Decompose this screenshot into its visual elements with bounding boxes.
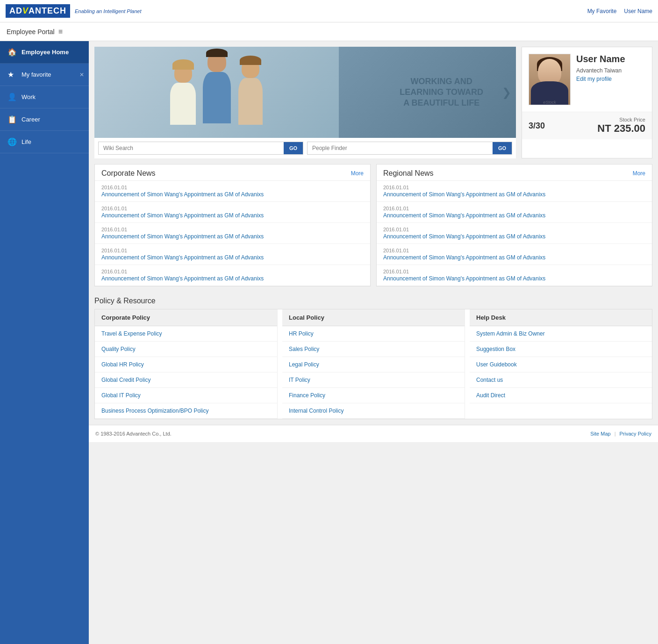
career-icon: 📋 <box>7 115 17 124</box>
sidebar-label-work: Work <box>21 93 36 100</box>
sidebar-item-my-favorite[interactable]: ★ My favorite ✕ <box>0 64 89 86</box>
corporate-policy-link-4[interactable]: Global IT Policy <box>95 388 277 403</box>
corporate-news-item-4: 2016.01.01 Announcement of Simon Wang's … <box>95 265 370 286</box>
user-info: User Name Advantech Taiwan Edit my profi… <box>576 54 645 82</box>
helpdesk-link-3[interactable]: Contact us <box>470 372 652 388</box>
wiki-search-input[interactable] <box>99 142 284 154</box>
corporate-news-more[interactable]: More <box>351 170 364 177</box>
banner-line2: LEARNING TOWARD <box>400 87 483 98</box>
corporate-policy-link-3[interactable]: Global Credit Policy <box>95 372 277 388</box>
local-policy-link-5[interactable]: Internal Control Policy <box>282 403 465 419</box>
body-1 <box>170 83 196 125</box>
local-policy-link-4[interactable]: Finance Policy <box>282 388 465 403</box>
regional-news-title: Regional News <box>383 169 434 178</box>
regional-news-more[interactable]: More <box>633 170 645 177</box>
sidebar-label-life: Life <box>21 138 31 145</box>
regional-news-item-4: 2016.01.01 Announcement of Simon Wang's … <box>377 265 652 286</box>
nav-bar: Employee Portal ≡ <box>0 22 658 41</box>
corporate-policy-header: Corporate Policy <box>95 309 277 326</box>
regional-news-item-2: 2016.01.01 Announcement of Simon Wang's … <box>377 223 652 244</box>
local-policy-link-3[interactable]: IT Policy <box>282 372 465 388</box>
banner-area: WORKING AND LEARNING TOWARD A BEAUTIFUL … <box>94 47 516 158</box>
corporate-policy-link-0[interactable]: Travel & Expense Policy <box>95 326 277 342</box>
sidebar-label-career: Career <box>21 116 40 123</box>
helpdesk-link-4[interactable]: Audit Direct <box>470 388 652 403</box>
people-search-input[interactable] <box>308 142 493 154</box>
local-policy-header: Local Policy <box>282 309 465 326</box>
person-2 <box>200 47 233 138</box>
hair-3 <box>240 56 261 65</box>
head-1 <box>174 63 192 83</box>
regional-news-link-1[interactable]: Announcement of Simon Wang's Appointment… <box>383 212 645 219</box>
policy-section: Policy & Resource Corporate Policy Trave… <box>89 292 658 425</box>
helpdesk-link-1[interactable]: Suggestion Box <box>470 342 652 357</box>
work-icon: 👤 <box>7 93 17 101</box>
corporate-news-link-4[interactable]: Announcement of Simon Wang's Appointment… <box>101 275 364 282</box>
corporate-news-date-0: 2016.01.01 <box>101 185 364 190</box>
regional-news-link-4[interactable]: Announcement of Simon Wang's Appointment… <box>383 275 645 282</box>
banner-next-arrow[interactable]: ❯ <box>502 86 511 99</box>
user-name: User Name <box>576 54 645 64</box>
banner-people <box>94 47 339 138</box>
sitemap-link[interactable]: Site Map <box>590 431 610 436</box>
regional-news-link-2[interactable]: Announcement of Simon Wang's Appointment… <box>383 233 645 240</box>
helpdesk-link-2[interactable]: User Guidebook <box>470 357 652 372</box>
head-2 <box>207 51 226 72</box>
local-policy-col: Local Policy HR Policy Sales Policy Lega… <box>282 309 465 419</box>
sidebar-item-work[interactable]: 👤 Work <box>0 86 89 108</box>
corporate-news-link-2[interactable]: Announcement of Simon Wang's Appointment… <box>101 233 364 240</box>
privacy-link[interactable]: Privacy Policy <box>620 431 651 436</box>
regional-news-header: Regional News More <box>377 165 652 181</box>
footer: © 1983-2016 Advantech Co., Ltd. Site Map… <box>89 425 658 442</box>
corporate-news-link-1[interactable]: Announcement of Simon Wang's Appointment… <box>101 212 364 219</box>
hair-1 <box>172 59 194 70</box>
close-icon[interactable]: ✕ <box>79 72 84 78</box>
corporate-news-date-2: 2016.01.01 <box>101 227 364 232</box>
corporate-policy-link-2[interactable]: Global HR Policy <box>95 357 277 372</box>
sidebar-item-career[interactable]: 📋 Career <box>0 108 89 131</box>
person-3 <box>234 51 267 138</box>
regional-news-item-3: 2016.01.01 Announcement of Simon Wang's … <box>377 244 652 265</box>
top-content-row: WORKING AND LEARNING TOWARD A BEAUTIFUL … <box>89 41 658 164</box>
hamburger-icon[interactable]: ≡ <box>58 28 63 36</box>
hair-2 <box>206 49 228 57</box>
banner-line3: A BEAUTIFUL LIFE <box>400 98 483 108</box>
wiki-search-button[interactable]: GO <box>284 142 303 154</box>
avatar: eStock <box>529 54 571 105</box>
edit-profile-link[interactable]: Edit my profile <box>576 76 645 82</box>
local-policy-link-0[interactable]: HR Policy <box>282 326 465 342</box>
people-search-button[interactable]: GO <box>493 142 512 154</box>
regional-news-panel: Regional News More 2016.01.01 Announceme… <box>376 164 652 286</box>
home-icon: 🏠 <box>7 48 17 57</box>
corporate-policy-link-1[interactable]: Quality Policy <box>95 342 277 357</box>
local-policy-link-2[interactable]: Legal Policy <box>282 357 465 372</box>
sidebar-label-employee-home: Employee Home <box>21 49 69 56</box>
wiki-search-group: GO <box>98 142 303 155</box>
corporate-news-link-0[interactable]: Announcement of Simon Wang's Appointment… <box>101 191 364 198</box>
helpdesk-link-0[interactable]: System Admin & Biz Owner <box>470 326 652 342</box>
regional-news-link-0[interactable]: Announcement of Simon Wang's Appointment… <box>383 191 645 198</box>
corporate-news-date-4: 2016.01.01 <box>101 269 364 274</box>
stock-info: Stock Price NT 235.00 <box>597 117 645 135</box>
helpdesk-header: Help Desk <box>470 309 652 326</box>
sidebar-label-my-favorite: My favorite <box>21 71 51 78</box>
banner-line1: WORKING AND <box>400 76 483 86</box>
username-menu[interactable]: User Name <box>624 8 652 14</box>
corporate-news-date-1: 2016.01.01 <box>101 206 364 211</box>
myfavorite-menu[interactable]: My Favorite <box>587 8 617 14</box>
corporate-news-item-3: 2016.01.01 Announcement of Simon Wang's … <box>95 244 370 265</box>
user-card-top: eStock User Name Advantech Taiwan Edit m… <box>522 47 652 112</box>
helpdesk-col: Help Desk System Admin & Biz Owner Sugge… <box>470 309 652 419</box>
sidebar-item-employee-home[interactable]: 🏠 Employee Home <box>0 41 89 64</box>
person-1 <box>167 54 200 138</box>
stock-date: 3/30 <box>529 121 545 131</box>
corporate-news-link-3[interactable]: Announcement of Simon Wang's Appointment… <box>101 254 364 261</box>
regional-news-date-4: 2016.01.01 <box>383 269 645 274</box>
star-icon: ★ <box>7 70 17 79</box>
corporate-policy-link-5[interactable]: Business Process Optimization/BPO Policy <box>95 403 277 419</box>
regional-news-link-3[interactable]: Announcement of Simon Wang's Appointment… <box>383 254 645 261</box>
sidebar-item-life[interactable]: 🌐 Life <box>0 131 89 153</box>
footer-separator: | <box>615 431 616 436</box>
logo-tagline: Enabling an Intelligent Planet <box>75 8 142 14</box>
local-policy-link-1[interactable]: Sales Policy <box>282 342 465 357</box>
